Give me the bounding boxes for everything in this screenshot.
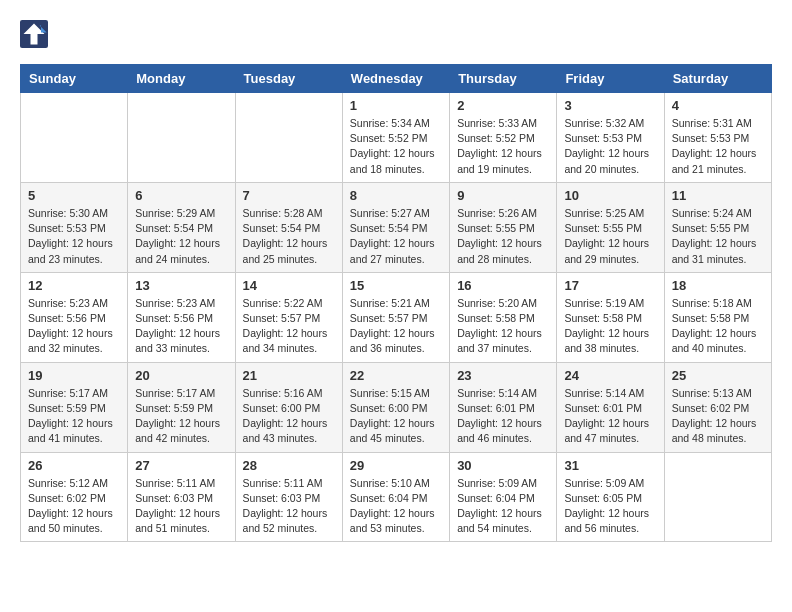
- day-cell: 29Sunrise: 5:10 AM Sunset: 6:04 PM Dayli…: [342, 452, 449, 542]
- day-info: Sunrise: 5:11 AM Sunset: 6:03 PM Dayligh…: [135, 476, 227, 537]
- header-day-saturday: Saturday: [664, 65, 771, 93]
- header-day-sunday: Sunday: [21, 65, 128, 93]
- day-number: 16: [457, 278, 549, 293]
- day-cell: [21, 93, 128, 183]
- day-info: Sunrise: 5:11 AM Sunset: 6:03 PM Dayligh…: [243, 476, 335, 537]
- day-info: Sunrise: 5:25 AM Sunset: 5:55 PM Dayligh…: [564, 206, 656, 267]
- day-number: 4: [672, 98, 764, 113]
- day-number: 23: [457, 368, 549, 383]
- week-row-4: 19Sunrise: 5:17 AM Sunset: 5:59 PM Dayli…: [21, 362, 772, 452]
- day-info: Sunrise: 5:29 AM Sunset: 5:54 PM Dayligh…: [135, 206, 227, 267]
- day-number: 14: [243, 278, 335, 293]
- day-cell: [128, 93, 235, 183]
- day-cell: 14Sunrise: 5:22 AM Sunset: 5:57 PM Dayli…: [235, 272, 342, 362]
- day-info: Sunrise: 5:26 AM Sunset: 5:55 PM Dayligh…: [457, 206, 549, 267]
- day-number: 25: [672, 368, 764, 383]
- calendar-body: 1Sunrise: 5:34 AM Sunset: 5:52 PM Daylig…: [21, 93, 772, 542]
- day-number: 20: [135, 368, 227, 383]
- day-info: Sunrise: 5:33 AM Sunset: 5:52 PM Dayligh…: [457, 116, 549, 177]
- day-cell: 17Sunrise: 5:19 AM Sunset: 5:58 PM Dayli…: [557, 272, 664, 362]
- day-info: Sunrise: 5:15 AM Sunset: 6:00 PM Dayligh…: [350, 386, 442, 447]
- day-info: Sunrise: 5:30 AM Sunset: 5:53 PM Dayligh…: [28, 206, 120, 267]
- day-cell: 10Sunrise: 5:25 AM Sunset: 5:55 PM Dayli…: [557, 182, 664, 272]
- day-info: Sunrise: 5:14 AM Sunset: 6:01 PM Dayligh…: [564, 386, 656, 447]
- day-number: 30: [457, 458, 549, 473]
- day-number: 5: [28, 188, 120, 203]
- day-cell: 1Sunrise: 5:34 AM Sunset: 5:52 PM Daylig…: [342, 93, 449, 183]
- day-info: Sunrise: 5:32 AM Sunset: 5:53 PM Dayligh…: [564, 116, 656, 177]
- day-number: 22: [350, 368, 442, 383]
- header-row: SundayMondayTuesdayWednesdayThursdayFrid…: [21, 65, 772, 93]
- day-cell: 19Sunrise: 5:17 AM Sunset: 5:59 PM Dayli…: [21, 362, 128, 452]
- day-info: Sunrise: 5:12 AM Sunset: 6:02 PM Dayligh…: [28, 476, 120, 537]
- day-info: Sunrise: 5:34 AM Sunset: 5:52 PM Dayligh…: [350, 116, 442, 177]
- day-cell: 5Sunrise: 5:30 AM Sunset: 5:53 PM Daylig…: [21, 182, 128, 272]
- day-cell: [664, 452, 771, 542]
- day-info: Sunrise: 5:13 AM Sunset: 6:02 PM Dayligh…: [672, 386, 764, 447]
- day-info: Sunrise: 5:14 AM Sunset: 6:01 PM Dayligh…: [457, 386, 549, 447]
- day-cell: 8Sunrise: 5:27 AM Sunset: 5:54 PM Daylig…: [342, 182, 449, 272]
- day-cell: 4Sunrise: 5:31 AM Sunset: 5:53 PM Daylig…: [664, 93, 771, 183]
- day-number: 9: [457, 188, 549, 203]
- day-cell: [235, 93, 342, 183]
- day-info: Sunrise: 5:17 AM Sunset: 5:59 PM Dayligh…: [135, 386, 227, 447]
- header-day-tuesday: Tuesday: [235, 65, 342, 93]
- week-row-5: 26Sunrise: 5:12 AM Sunset: 6:02 PM Dayli…: [21, 452, 772, 542]
- day-number: 7: [243, 188, 335, 203]
- day-info: Sunrise: 5:16 AM Sunset: 6:00 PM Dayligh…: [243, 386, 335, 447]
- day-number: 21: [243, 368, 335, 383]
- day-info: Sunrise: 5:19 AM Sunset: 5:58 PM Dayligh…: [564, 296, 656, 357]
- week-row-3: 12Sunrise: 5:23 AM Sunset: 5:56 PM Dayli…: [21, 272, 772, 362]
- day-cell: 28Sunrise: 5:11 AM Sunset: 6:03 PM Dayli…: [235, 452, 342, 542]
- day-cell: 6Sunrise: 5:29 AM Sunset: 5:54 PM Daylig…: [128, 182, 235, 272]
- day-cell: 27Sunrise: 5:11 AM Sunset: 6:03 PM Dayli…: [128, 452, 235, 542]
- day-cell: 2Sunrise: 5:33 AM Sunset: 5:52 PM Daylig…: [450, 93, 557, 183]
- day-number: 29: [350, 458, 442, 473]
- day-cell: 24Sunrise: 5:14 AM Sunset: 6:01 PM Dayli…: [557, 362, 664, 452]
- day-number: 17: [564, 278, 656, 293]
- calendar-header: SundayMondayTuesdayWednesdayThursdayFrid…: [21, 65, 772, 93]
- day-cell: 12Sunrise: 5:23 AM Sunset: 5:56 PM Dayli…: [21, 272, 128, 362]
- day-cell: 16Sunrise: 5:20 AM Sunset: 5:58 PM Dayli…: [450, 272, 557, 362]
- day-cell: 25Sunrise: 5:13 AM Sunset: 6:02 PM Dayli…: [664, 362, 771, 452]
- day-cell: 26Sunrise: 5:12 AM Sunset: 6:02 PM Dayli…: [21, 452, 128, 542]
- day-number: 10: [564, 188, 656, 203]
- day-info: Sunrise: 5:27 AM Sunset: 5:54 PM Dayligh…: [350, 206, 442, 267]
- week-row-1: 1Sunrise: 5:34 AM Sunset: 5:52 PM Daylig…: [21, 93, 772, 183]
- calendar-table: SundayMondayTuesdayWednesdayThursdayFrid…: [20, 64, 772, 542]
- day-number: 2: [457, 98, 549, 113]
- day-number: 8: [350, 188, 442, 203]
- header-day-thursday: Thursday: [450, 65, 557, 93]
- day-number: 12: [28, 278, 120, 293]
- day-number: 15: [350, 278, 442, 293]
- day-number: 31: [564, 458, 656, 473]
- day-cell: 30Sunrise: 5:09 AM Sunset: 6:04 PM Dayli…: [450, 452, 557, 542]
- day-info: Sunrise: 5:28 AM Sunset: 5:54 PM Dayligh…: [243, 206, 335, 267]
- day-cell: 9Sunrise: 5:26 AM Sunset: 5:55 PM Daylig…: [450, 182, 557, 272]
- logo: [20, 20, 50, 48]
- logo-icon: [20, 20, 48, 48]
- week-row-2: 5Sunrise: 5:30 AM Sunset: 5:53 PM Daylig…: [21, 182, 772, 272]
- day-number: 24: [564, 368, 656, 383]
- day-cell: 21Sunrise: 5:16 AM Sunset: 6:00 PM Dayli…: [235, 362, 342, 452]
- day-info: Sunrise: 5:24 AM Sunset: 5:55 PM Dayligh…: [672, 206, 764, 267]
- day-cell: 23Sunrise: 5:14 AM Sunset: 6:01 PM Dayli…: [450, 362, 557, 452]
- day-number: 13: [135, 278, 227, 293]
- day-number: 26: [28, 458, 120, 473]
- day-cell: 20Sunrise: 5:17 AM Sunset: 5:59 PM Dayli…: [128, 362, 235, 452]
- day-info: Sunrise: 5:23 AM Sunset: 5:56 PM Dayligh…: [135, 296, 227, 357]
- page-header: [20, 20, 772, 48]
- header-day-wednesday: Wednesday: [342, 65, 449, 93]
- day-info: Sunrise: 5:23 AM Sunset: 5:56 PM Dayligh…: [28, 296, 120, 357]
- day-info: Sunrise: 5:31 AM Sunset: 5:53 PM Dayligh…: [672, 116, 764, 177]
- day-cell: 22Sunrise: 5:15 AM Sunset: 6:00 PM Dayli…: [342, 362, 449, 452]
- day-info: Sunrise: 5:22 AM Sunset: 5:57 PM Dayligh…: [243, 296, 335, 357]
- day-info: Sunrise: 5:17 AM Sunset: 5:59 PM Dayligh…: [28, 386, 120, 447]
- day-number: 11: [672, 188, 764, 203]
- day-cell: 31Sunrise: 5:09 AM Sunset: 6:05 PM Dayli…: [557, 452, 664, 542]
- header-day-monday: Monday: [128, 65, 235, 93]
- day-info: Sunrise: 5:09 AM Sunset: 6:04 PM Dayligh…: [457, 476, 549, 537]
- header-day-friday: Friday: [557, 65, 664, 93]
- day-info: Sunrise: 5:21 AM Sunset: 5:57 PM Dayligh…: [350, 296, 442, 357]
- day-cell: 11Sunrise: 5:24 AM Sunset: 5:55 PM Dayli…: [664, 182, 771, 272]
